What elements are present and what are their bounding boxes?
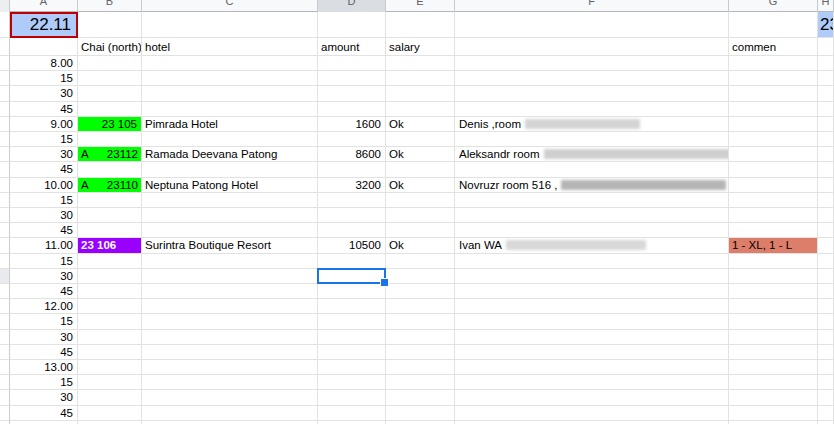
cell-empty[interactable] (78, 12, 142, 38)
cell-empty[interactable] (818, 299, 834, 314)
time-cell[interactable]: 8.00 (10, 56, 78, 71)
row-header-stub[interactable] (0, 390, 10, 405)
cell-empty[interactable] (818, 162, 834, 177)
chai-cell[interactable] (78, 223, 142, 238)
amount-cell[interactable] (318, 314, 386, 329)
guest-detail-cell[interactable] (455, 208, 729, 223)
salary-cell[interactable] (386, 162, 455, 177)
amount-cell[interactable] (318, 390, 386, 405)
amount-cell[interactable]: 10500 (318, 238, 386, 253)
column-header-B[interactable]: B (78, 0, 142, 12)
row-header-stub[interactable] (0, 132, 10, 147)
guest-detail-cell[interactable] (455, 71, 729, 86)
chai-cell[interactable] (78, 269, 142, 284)
salary-cell[interactable] (386, 390, 455, 405)
salary-cell[interactable] (386, 208, 455, 223)
chai-cell[interactable] (78, 345, 142, 360)
cell-empty[interactable] (818, 56, 834, 71)
row-header-stub[interactable] (0, 71, 10, 86)
guest-detail-cell[interactable] (455, 254, 729, 269)
row-header-stub[interactable] (0, 299, 10, 314)
comment-cell[interactable] (729, 193, 818, 208)
comment-cell[interactable] (729, 86, 818, 101)
amount-cell[interactable] (318, 375, 386, 390)
amount-cell[interactable] (318, 406, 386, 421)
comment-cell[interactable] (729, 178, 818, 193)
comment-cell[interactable] (729, 71, 818, 86)
comment-cell[interactable] (729, 132, 818, 147)
guest-detail-cell[interactable] (455, 284, 729, 299)
salary-cell[interactable] (386, 71, 455, 86)
cell-empty[interactable] (10, 38, 78, 56)
guest-detail-cell[interactable] (455, 269, 729, 284)
guest-detail-cell[interactable] (455, 406, 729, 421)
hotel-cell[interactable] (142, 162, 318, 177)
column-header-D[interactable]: D (318, 0, 386, 12)
guest-detail-cell[interactable] (455, 330, 729, 345)
comment-cell[interactable] (729, 406, 818, 421)
comment-cell[interactable] (729, 269, 818, 284)
cell-empty[interactable] (455, 38, 729, 56)
comment-cell[interactable] (729, 223, 818, 238)
cell-empty[interactable] (818, 360, 834, 375)
salary-cell[interactable] (386, 406, 455, 421)
salary-cell[interactable] (386, 132, 455, 147)
cell-empty[interactable] (818, 223, 834, 238)
row-header-stub[interactable] (0, 12, 10, 38)
comment-cell[interactable] (729, 299, 818, 314)
salary-cell[interactable] (386, 360, 455, 375)
comment-cell[interactable] (729, 375, 818, 390)
row-header-stub[interactable] (0, 117, 10, 132)
row-header-stub[interactable] (0, 330, 10, 345)
comment-cell[interactable] (729, 254, 818, 269)
guest-detail-cell[interactable]: Denis ,room (455, 117, 729, 132)
guest-detail-cell[interactable] (455, 162, 729, 177)
salary-cell[interactable] (386, 330, 455, 345)
cell-empty[interactable] (818, 406, 834, 421)
time-cell[interactable]: 12.00 (10, 299, 78, 314)
column-header-E[interactable]: E (386, 0, 455, 12)
chai-cell[interactable] (78, 208, 142, 223)
column-header-A[interactable]: A (10, 0, 78, 12)
comment-cell[interactable] (729, 390, 818, 405)
hotel-cell[interactable]: Surintra Boutique Resort (142, 238, 318, 253)
guest-detail-cell[interactable] (455, 132, 729, 147)
cell-empty[interactable] (818, 314, 834, 329)
row-header-stub[interactable] (0, 86, 10, 101)
time-cell[interactable]: 15 (10, 375, 78, 390)
row-header-stub[interactable] (0, 147, 10, 162)
time-cell[interactable]: 15 (10, 71, 78, 86)
comment-cell[interactable] (729, 360, 818, 375)
hotel-cell[interactable] (142, 330, 318, 345)
time-cell[interactable]: 45 (10, 102, 78, 117)
comment-cell[interactable] (729, 56, 818, 71)
time-cell[interactable]: 15 (10, 314, 78, 329)
header-comment[interactable]: commen (729, 38, 818, 56)
amount-cell[interactable] (318, 132, 386, 147)
chai-cell[interactable] (78, 71, 142, 86)
row-header-stub[interactable] (0, 223, 10, 238)
chai-cell[interactable] (78, 102, 142, 117)
time-cell[interactable]: 10.00 (10, 178, 78, 193)
guest-detail-cell[interactable] (455, 390, 729, 405)
row-header-stub[interactable] (0, 178, 10, 193)
amount-cell[interactable] (318, 193, 386, 208)
chai-cell[interactable] (78, 390, 142, 405)
hotel-cell[interactable]: Ramada Deevana Patong (142, 147, 318, 162)
row-header-stub[interactable] (0, 208, 10, 223)
chai-cell[interactable] (78, 299, 142, 314)
amount-cell[interactable]: 8600 (318, 147, 386, 162)
row-header-stub[interactable] (0, 56, 10, 71)
cell-empty[interactable] (818, 71, 834, 86)
amount-cell[interactable] (318, 254, 386, 269)
cell-empty[interactable] (729, 12, 818, 38)
cell-empty[interactable] (818, 117, 834, 132)
chai-cell[interactable]: A23112 (78, 147, 142, 162)
header-chai[interactable]: Chai (north) (78, 38, 142, 56)
comment-cell[interactable] (729, 208, 818, 223)
guest-detail-cell[interactable] (455, 223, 729, 238)
selected-cell-outline[interactable] (317, 268, 386, 284)
row-header-stub[interactable] (0, 38, 10, 56)
guest-detail-cell[interactable] (455, 193, 729, 208)
fill-handle-icon[interactable] (381, 279, 388, 286)
